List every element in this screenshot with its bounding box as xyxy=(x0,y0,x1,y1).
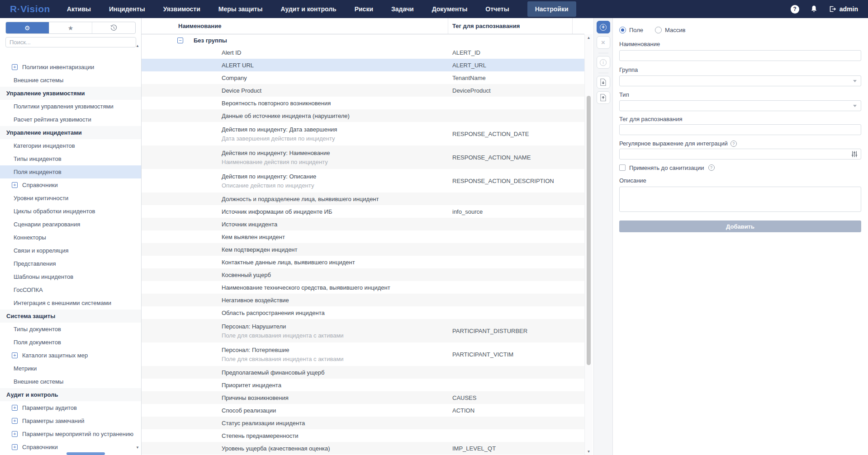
table-row[interactable]: Уровень ущерба (качественная оценка)IMP_… xyxy=(142,442,584,455)
nav-item-link[interactable]: Документы xyxy=(432,1,468,17)
sidebar-scroll-up-icon[interactable]: ▲ xyxy=(136,44,139,48)
table-row[interactable]: Источник информации об инциденте ИБinfo_… xyxy=(142,205,584,218)
nav-item-link[interactable]: Меры защиты xyxy=(218,1,263,17)
sidebar-item[interactable]: Типы инцидентов xyxy=(0,152,141,165)
nav-item-link[interactable]: Инциденты xyxy=(109,1,145,17)
sidebar-item[interactable]: +Каталоги защитных мер xyxy=(0,349,141,362)
sidebar-item[interactable]: Связи и корреляция xyxy=(0,244,141,257)
sanitize-checkbox-row[interactable]: Применять до санитизации ? xyxy=(619,164,861,171)
nav-item-link[interactable]: Аудит и контроль xyxy=(280,1,336,17)
tag-input[interactable] xyxy=(619,124,861,135)
sidebar-search-input[interactable] xyxy=(5,37,136,47)
add-field-button[interactable]: + xyxy=(597,21,610,33)
table-row[interactable]: Действия по инциденту: НаименованиеНаиме… xyxy=(142,145,584,169)
group-select[interactable] xyxy=(619,75,861,86)
sidebar-item[interactable]: Поля инцидентов xyxy=(0,165,141,178)
table-row[interactable]: Персонал: НарушителиПоле для связывания … xyxy=(142,319,584,342)
tab-history[interactable] xyxy=(92,22,135,33)
table-row[interactable]: Персонал: ПотерпевшиеПоле для связывания… xyxy=(142,342,584,366)
table-row[interactable]: Должность и подразделение лица, выявивше… xyxy=(142,192,584,205)
help-icon[interactable]: ? xyxy=(791,5,799,14)
table-row[interactable]: Наименование технического средства, выяв… xyxy=(142,281,584,294)
checkbox-unchecked-icon[interactable] xyxy=(619,164,626,171)
radio-field[interactable]: Поле xyxy=(619,27,643,33)
table-row[interactable]: Действия по инциденту: Дата завершенияДа… xyxy=(142,122,584,145)
nav-item-link[interactable]: Активы xyxy=(67,1,91,17)
description-textarea[interactable] xyxy=(619,187,861,212)
expand-icon[interactable]: + xyxy=(12,444,18,450)
type-select[interactable] xyxy=(619,100,861,111)
table-row[interactable]: CompanyTenantName xyxy=(142,71,584,84)
sidebar-item[interactable]: +Справочники xyxy=(0,178,141,192)
sidebar-item[interactable]: Интеграция с внешними системами xyxy=(0,296,141,310)
sidebar-item[interactable]: Уровни критичности xyxy=(0,192,141,205)
nav-item-link[interactable]: Отчеты xyxy=(485,1,509,17)
sidebar-item[interactable]: Внешние системы xyxy=(0,74,141,87)
sidebar-item[interactable]: +Параметры замечаний xyxy=(0,414,141,427)
name-input[interactable] xyxy=(619,50,861,61)
radio-array[interactable]: Массив xyxy=(655,27,685,33)
nav-item-link[interactable]: Риски xyxy=(355,1,373,17)
scroll-up-icon[interactable]: ▲ xyxy=(585,36,593,40)
table-row[interactable]: Источник инцидента xyxy=(142,218,584,230)
scroll-down-icon[interactable]: ▼ xyxy=(585,450,593,454)
export-button[interactable] xyxy=(597,91,610,104)
sidebar-item[interactable]: Сценарии реагирования xyxy=(0,218,141,231)
expand-icon[interactable]: + xyxy=(12,352,18,358)
sidebar-item[interactable]: ГосСОПКА xyxy=(0,283,141,296)
table-row[interactable]: Способ реализацииACTION xyxy=(142,404,584,417)
table-row[interactable]: Область распространения инцидента xyxy=(142,306,584,319)
notifications-bell-icon[interactable] xyxy=(810,5,818,13)
expand-icon[interactable]: + xyxy=(12,431,18,437)
nav-item-active[interactable]: Настройки xyxy=(527,1,576,17)
import-button[interactable] xyxy=(597,76,610,89)
expand-icon[interactable]: + xyxy=(12,64,18,70)
info-button[interactable]: i xyxy=(597,56,610,69)
table-row[interactable]: Негативное воздействие xyxy=(142,294,584,306)
sidebar-item[interactable]: Циклы обработки инцидентов xyxy=(0,205,141,218)
sidebar-item[interactable]: +Параметры аудитов xyxy=(0,401,141,414)
expand-icon[interactable]: + xyxy=(12,182,18,188)
table-scrollbar[interactable]: ▲ ▼ xyxy=(584,34,593,455)
table-row[interactable]: Контактные данные лица, выявившего инцид… xyxy=(142,256,584,268)
table-row[interactable]: Причины возникновенияCAUSES xyxy=(142,391,584,404)
sidebar-item[interactable]: Метрики xyxy=(0,362,141,375)
sidebar-item[interactable]: Категории инцидентов xyxy=(0,139,141,152)
expand-icon[interactable]: + xyxy=(12,405,18,411)
sidebar-item[interactable]: +Политики инвентаризации xyxy=(0,61,141,74)
nav-item-link[interactable]: Задачи xyxy=(391,1,414,17)
user-menu[interactable]: admin xyxy=(829,5,858,13)
table-row[interactable]: Device ProductDeviceProduct xyxy=(142,84,584,97)
table-row[interactable]: Действия по инциденту: ОписаниеОписание … xyxy=(142,169,584,192)
delete-field-button[interactable]: × xyxy=(597,36,610,49)
expand-icon[interactable]: + xyxy=(12,418,18,424)
table-row[interactable]: Кем выявлен инцидент xyxy=(142,230,584,243)
table-row[interactable]: Кем подтвержден инцидент xyxy=(142,243,584,256)
nav-item-link[interactable]: Уязвимости xyxy=(163,1,200,17)
table-row[interactable]: Alert IDALERT_ID xyxy=(142,46,584,59)
regex-input[interactable] xyxy=(619,149,861,159)
sidebar-item[interactable]: Шаблоны инцидентов xyxy=(0,270,141,283)
table-row[interactable]: Косвенный ущерб xyxy=(142,268,584,281)
tab-favorites[interactable]: ★ xyxy=(49,22,92,33)
table-row[interactable]: Вероятность повторного возникновения xyxy=(142,97,584,109)
table-row[interactable]: Статус реализации инцидента xyxy=(142,417,584,429)
table-row[interactable]: Степень преднамеренности xyxy=(142,429,584,442)
tab-settings[interactable]: ⚙ xyxy=(6,22,49,33)
sidebar-hscrollbar-thumb[interactable] xyxy=(66,452,105,455)
sidebar-item[interactable]: +Справочники xyxy=(0,441,141,454)
table-scrollbar-thumb[interactable] xyxy=(587,96,591,365)
sidebar-item[interactable]: Поля документов xyxy=(0,336,141,349)
sidebar-item[interactable]: Типы документов xyxy=(0,323,141,336)
collapse-group-icon[interactable]: − xyxy=(177,38,183,43)
sidebar-item[interactable]: Представления xyxy=(0,257,141,270)
sidebar-item[interactable]: Политики управления уязвимостями xyxy=(0,100,141,113)
sidebar-item[interactable]: +Параметры мероприятий по устранению xyxy=(0,427,141,441)
sidebar-item[interactable]: Внешние системы xyxy=(0,375,141,388)
add-submit-button[interactable]: Добавить xyxy=(619,220,861,232)
table-row[interactable]: ALERT URLALERT_URL xyxy=(142,59,584,71)
table-row[interactable]: Предполагаемый финансовый ущерб xyxy=(142,366,584,379)
column-header-name[interactable]: Наименование xyxy=(178,18,221,34)
regex-builder-icon[interactable] xyxy=(851,151,858,157)
sidebar-item[interactable]: Коннекторы xyxy=(0,231,141,244)
